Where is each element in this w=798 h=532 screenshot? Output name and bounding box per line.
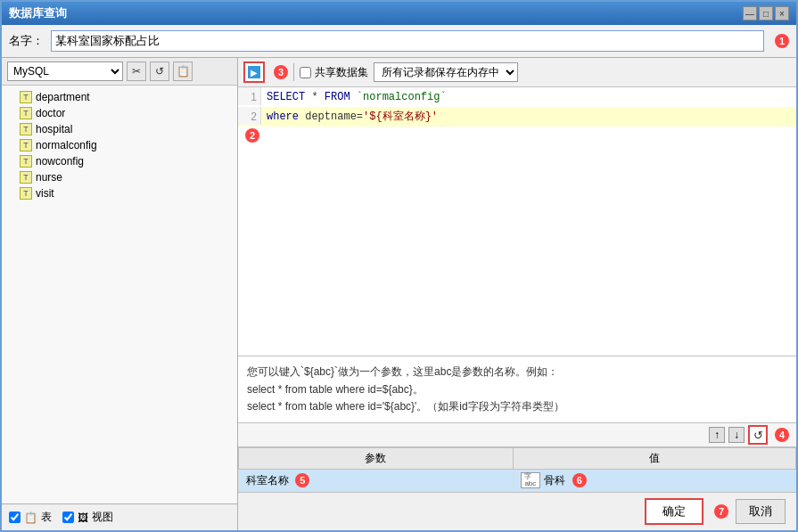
tree-item-label: department (36, 91, 90, 103)
share-checkbox-label[interactable]: 共享数据集 (300, 65, 368, 80)
refresh-badge: 4 (775, 428, 789, 442)
check-view[interactable]: 🖼 视图 (62, 510, 113, 525)
content-area: MySQL ✂ ↺ 📋 T department T doctor T hosp… (2, 57, 796, 530)
tree-item[interactable]: T department (2, 89, 237, 105)
sql-editor[interactable]: 1 SELECT * FROM `normalconfig` 2 where d… (238, 87, 796, 356)
tree-item[interactable]: T normalconfig (2, 137, 237, 153)
tree-item[interactable]: T nowconfig (2, 153, 237, 169)
param-value-inner: 字abc 骨科 6 (521, 472, 788, 488)
window-controls: — □ × (743, 6, 789, 20)
cut-icon-btn[interactable]: ✂ (127, 61, 146, 81)
toolbar-row: ▶ 3 共享数据集 所有记录都保存在内存中 (238, 58, 796, 87)
sql-content-1: SELECT * FROM `normalconfig` (261, 87, 452, 107)
view-checkbox[interactable] (62, 512, 74, 523)
tree-item[interactable]: T visit (2, 185, 237, 201)
down-arrow-btn[interactable]: ↓ (728, 427, 745, 443)
param-table: 参数 值 科室名称 5 (238, 447, 796, 492)
close-button[interactable]: × (775, 6, 789, 20)
cancel-button[interactable]: 取消 (736, 499, 786, 524)
view-label: 视图 (92, 510, 113, 525)
table-icon: T (20, 155, 32, 168)
tree-item-label: visit (36, 187, 54, 200)
table-icon: T (20, 171, 32, 184)
param-name-badge: 5 (295, 473, 309, 487)
tree-item[interactable]: T nurse (2, 169, 237, 185)
sql-line-1: 1 SELECT * FROM `normalconfig` (238, 87, 796, 107)
name-badge: 1 (775, 34, 789, 48)
hint-line-1: 您可以键入`${abc}`做为一个参数，这里abc是参数的名称。例如： (247, 364, 787, 381)
tree-item-label: nurse (36, 171, 62, 184)
table-label: 表 (41, 510, 52, 525)
tree-area: T department T doctor T hospital T norma… (2, 86, 237, 503)
refresh-icon-btn[interactable]: ↺ (150, 61, 169, 81)
hint-area: 您可以键入`${abc}`做为一个参数，这里abc是参数的名称。例如： sele… (238, 356, 796, 423)
param-row[interactable]: 科室名称 5 字abc 骨科 6 (239, 470, 796, 492)
line-num-2: 2 (238, 107, 261, 125)
up-arrow-btn[interactable]: ↑ (709, 427, 725, 443)
ok-button[interactable]: 确定 (645, 498, 703, 525)
sql-badge: 2 (245, 128, 259, 143)
name-input[interactable] (51, 30, 764, 52)
main-window: 数据库查询 — □ × 名字： 1 MySQL ✂ ↺ 📋 T (0, 0, 798, 532)
param-toolbar: ↑ ↓ ↺ 4 (238, 423, 796, 447)
run-button[interactable]: ▶ (243, 61, 265, 83)
tree-item-label: normalconfig (36, 139, 97, 151)
db-select[interactable]: MySQL (7, 61, 123, 81)
sql-line-2: 2 where deptname='${科室名称}' (238, 107, 796, 127)
title-bar: 数据库查询 — □ × (2, 2, 796, 25)
table-icon: T (20, 107, 32, 119)
run-icon: ▶ (248, 66, 260, 78)
tree-item[interactable]: T doctor (2, 105, 237, 121)
name-row: 名字： 1 (2, 25, 796, 57)
left-panel: MySQL ✂ ↺ 📋 T department T doctor T hosp… (2, 58, 238, 530)
param-value-text: 骨科 (544, 473, 565, 488)
param-type-icon: 字abc (521, 472, 540, 488)
maximize-button[interactable]: □ (759, 6, 773, 20)
table-icon-small: 📋 (24, 512, 37, 524)
divider (293, 63, 294, 81)
window-title: 数据库查询 (9, 5, 67, 21)
table-icon: T (20, 187, 32, 200)
table-checkbox[interactable] (9, 512, 21, 523)
param-table-area: 参数 值 科室名称 5 (238, 447, 796, 492)
sql-content-2: where deptname='${科室名称}' (261, 107, 443, 127)
minimize-button[interactable]: — (743, 6, 757, 20)
name-label: 名字： (9, 33, 44, 49)
doc-icon-btn[interactable]: 📋 (173, 61, 193, 81)
tree-item-label: nowconfig (36, 155, 84, 168)
param-value-badge: 6 (572, 473, 587, 487)
right-panel: ▶ 3 共享数据集 所有记录都保存在内存中 1 SELECT * FROM `n… (238, 58, 796, 530)
tree-item-label: doctor (36, 107, 65, 119)
run-badge: 3 (274, 65, 288, 79)
ok-badge: 7 (714, 504, 728, 519)
tree-item-label: hospital (36, 123, 72, 135)
share-label: 共享数据集 (315, 65, 368, 80)
table-icon: T (20, 91, 32, 103)
tree-item[interactable]: T hospital (2, 121, 237, 137)
bottom-check-row: 📋 表 🖼 视图 (2, 503, 237, 530)
line-num-1: 1 (238, 87, 261, 105)
param-value-cell[interactable]: 字abc 骨科 6 (513, 470, 795, 492)
param-name-cell: 科室名称 5 (239, 470, 514, 492)
col-value-header: 值 (513, 448, 795, 470)
check-table[interactable]: 📋 表 (9, 510, 52, 525)
share-checkbox[interactable] (300, 67, 311, 78)
hint-line-2: select * from table where id=${abc}。 (247, 381, 787, 398)
col-param-header: 参数 (239, 448, 514, 470)
cache-select[interactable]: 所有记录都保存在内存中 (374, 62, 518, 82)
refresh-btn[interactable]: ↺ (748, 425, 768, 445)
param-name: 科室名称 (246, 474, 289, 487)
table-icon: T (20, 123, 32, 135)
table-icon: T (20, 139, 32, 151)
db-select-row: MySQL ✂ ↺ 📋 (2, 58, 237, 86)
view-icon-small: 🖼 (78, 512, 88, 524)
bottom-buttons: 确定 7 取消 (238, 492, 796, 530)
hint-line-3: select * from table where id='${abc}'。（如… (247, 398, 787, 415)
